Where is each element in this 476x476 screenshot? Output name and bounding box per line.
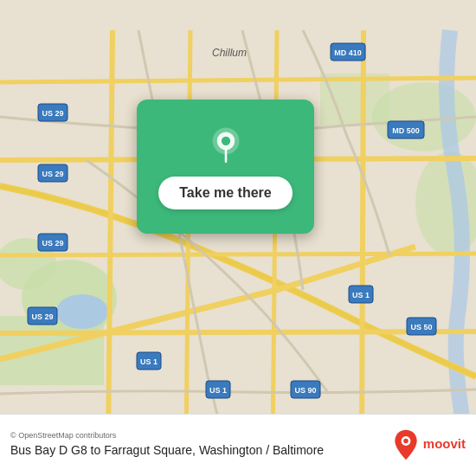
svg-text:Chillum: Chillum — [212, 47, 247, 59]
svg-text:US 1: US 1 — [209, 386, 227, 395]
action-card: Take me there — [137, 100, 314, 234]
svg-line-11 — [362, 30, 363, 446]
svg-text:US 90: US 90 — [294, 386, 316, 395]
moovit-logo: moovit — [392, 428, 466, 461]
map-svg: US 29 US 29 US 29 US 29 US 1 US 1 US 1 U… — [0, 0, 476, 476]
svg-point-43 — [403, 438, 408, 442]
map-attribution: © OpenStreetMap contributors — [10, 431, 383, 440]
svg-line-15 — [0, 331, 476, 333]
svg-text:MD 410: MD 410 — [334, 48, 362, 57]
moovit-text: moovit — [423, 437, 466, 452]
svg-point-41 — [221, 136, 229, 145]
info-bar: © OpenStreetMap contributors Bus Bay D G… — [0, 414, 476, 476]
svg-line-14 — [0, 254, 476, 255]
svg-text:US 1: US 1 — [352, 291, 370, 299]
take-me-there-button[interactable]: Take me there — [158, 177, 292, 209]
svg-text:US 50: US 50 — [410, 323, 432, 331]
location-pin-icon — [205, 125, 247, 166]
svg-text:US 29: US 29 — [31, 312, 53, 321]
route-title: Bus Bay D G8 to Farragut Square, Washing… — [10, 442, 383, 458]
map-container: US 29 US 29 US 29 US 29 US 1 US 1 US 1 U… — [0, 0, 476, 476]
moovit-icon — [392, 428, 420, 461]
svg-point-7 — [56, 294, 108, 329]
svg-text:MD 500: MD 500 — [392, 126, 420, 135]
svg-text:US 29: US 29 — [42, 239, 63, 248]
svg-text:US 29: US 29 — [42, 170, 63, 178]
svg-text:US 29: US 29 — [42, 109, 63, 118]
info-left: © OpenStreetMap contributors Bus Bay D G… — [10, 431, 383, 458]
svg-text:US 1: US 1 — [140, 357, 158, 366]
